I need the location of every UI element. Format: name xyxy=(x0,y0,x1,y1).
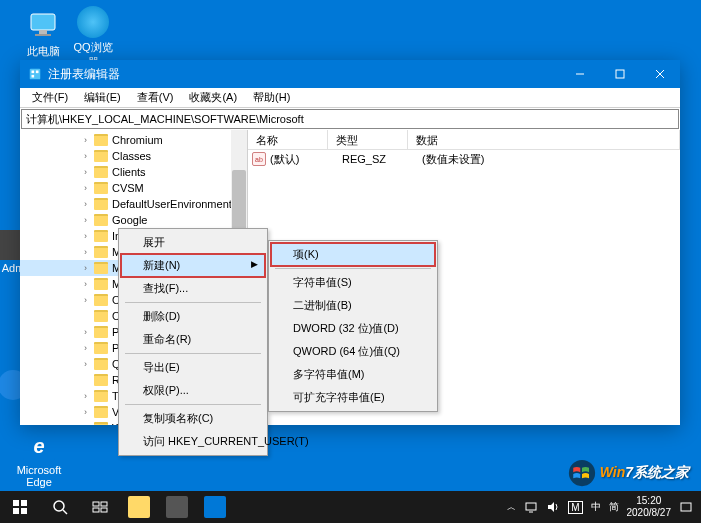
ime-indicator-ch[interactable]: 中 xyxy=(591,500,601,514)
col-type[interactable]: 类型 xyxy=(328,130,408,149)
tree-item[interactable]: ›Clients xyxy=(20,164,247,180)
list-row[interactable]: ab (默认) REG_SZ (数值未设置) xyxy=(248,150,680,168)
menu-separator xyxy=(125,404,261,405)
expand-icon[interactable]: › xyxy=(84,279,94,289)
windows-icon xyxy=(12,499,28,515)
tree-item-label: Chromium xyxy=(112,134,163,146)
menu-separator xyxy=(275,268,431,269)
value-data: (数值未设置) xyxy=(422,152,680,167)
context-menu-item[interactable]: 展开 xyxy=(121,231,265,254)
context-menu-item[interactable]: 复制项名称(C) xyxy=(121,407,265,430)
expand-icon[interactable]: › xyxy=(84,343,94,353)
expand-icon[interactable]: › xyxy=(84,183,94,193)
context-menu-item[interactable]: 二进制值(B) xyxy=(271,294,435,317)
folder-icon xyxy=(94,310,108,322)
tree-item[interactable]: ›Chromium xyxy=(20,132,247,148)
start-button[interactable] xyxy=(0,491,40,523)
context-menu-item[interactable]: 查找(F)... xyxy=(121,277,265,300)
address-bar[interactable]: 计算机\HKEY_LOCAL_MACHINE\SOFTWARE\Microsof… xyxy=(21,109,679,129)
menu-view[interactable]: 查看(V) xyxy=(129,88,182,107)
expand-icon[interactable]: › xyxy=(84,231,94,241)
tray-chevron-icon[interactable]: ︿ xyxy=(507,501,516,514)
context-menu-item[interactable]: 访问 HKEY_CURRENT_USER(T) xyxy=(121,430,265,453)
svg-rect-6 xyxy=(32,75,35,78)
context-menu-item[interactable]: 可扩充字符串值(E) xyxy=(271,386,435,409)
svg-rect-17 xyxy=(93,502,99,506)
svg-rect-20 xyxy=(101,508,107,512)
tree-item[interactable]: ›Classes xyxy=(20,148,247,164)
taskbar-app-explorer[interactable] xyxy=(120,491,158,523)
menu-file[interactable]: 文件(F) xyxy=(24,88,76,107)
folder-icon xyxy=(94,390,108,402)
expand-icon[interactable]: › xyxy=(84,167,94,177)
tree-item[interactable]: ›Google xyxy=(20,212,247,228)
context-menu-item[interactable]: 重命名(R) xyxy=(121,328,265,351)
task-view-icon xyxy=(92,499,108,515)
desktop-icon-computer[interactable]: 此电脑 xyxy=(18,6,68,59)
context-menu-item[interactable]: DWORD (32 位)值(D) xyxy=(271,317,435,340)
svg-rect-24 xyxy=(681,503,691,511)
folder-icon xyxy=(94,150,108,162)
ime-indicator-simp[interactable]: 简 xyxy=(609,500,619,514)
system-tray: ︿ M 中 简 15:20 2020/8/27 xyxy=(507,495,701,519)
menu-favorites[interactable]: 收藏夹(A) xyxy=(181,88,245,107)
taskbar-app-regedit[interactable] xyxy=(196,491,234,523)
svg-rect-3 xyxy=(30,69,41,80)
maximize-button[interactable] xyxy=(600,60,640,88)
menu-separator xyxy=(125,302,261,303)
expand-icon[interactable]: › xyxy=(84,359,94,369)
context-menu-item[interactable]: 多字符串值(M) xyxy=(271,363,435,386)
value-type: REG_SZ xyxy=(342,153,422,165)
minimize-button[interactable] xyxy=(560,60,600,88)
taskbar-app-browser[interactable] xyxy=(158,491,196,523)
expand-icon[interactable]: › xyxy=(84,295,94,305)
folder-icon xyxy=(94,278,108,290)
tree-item[interactable]: ›DefaultUserEnvironment xyxy=(20,196,247,212)
context-menu-item[interactable]: QWORD (64 位)值(Q) xyxy=(271,340,435,363)
expand-icon[interactable]: › xyxy=(84,423,94,425)
search-button[interactable] xyxy=(40,491,80,523)
folder-icon xyxy=(94,262,108,274)
context-menu-item[interactable]: 导出(E) xyxy=(121,356,265,379)
svg-rect-18 xyxy=(101,502,107,506)
ime-indicator-m[interactable]: M xyxy=(568,501,582,514)
expand-icon[interactable]: › xyxy=(84,247,94,257)
desktop-icon-label: 此电脑 xyxy=(18,44,68,59)
watermark-text: Win7系统之家 xyxy=(600,464,689,482)
col-data[interactable]: 数据 xyxy=(408,130,680,149)
svg-point-25 xyxy=(569,460,595,486)
expand-icon[interactable]: › xyxy=(84,407,94,417)
context-menu-item[interactable]: 项(K) xyxy=(271,243,435,266)
tree-item[interactable]: ›CVSM xyxy=(20,180,247,196)
edge-icon: e xyxy=(23,430,55,462)
windows-logo-icon xyxy=(568,459,596,487)
expand-icon[interactable]: › xyxy=(84,151,94,161)
clock-date: 2020/8/27 xyxy=(627,507,672,519)
clock[interactable]: 15:20 2020/8/27 xyxy=(627,495,672,519)
context-menu-item[interactable]: 删除(D) xyxy=(121,305,265,328)
context-menu-item[interactable]: 权限(P)... xyxy=(121,379,265,402)
notification-icon[interactable] xyxy=(679,500,693,514)
volume-icon[interactable] xyxy=(546,500,560,514)
context-menu-item[interactable]: 字符串值(S) xyxy=(271,271,435,294)
context-submenu-new: 项(K)字符串值(S)二进制值(B)DWORD (32 位)值(D)QWORD … xyxy=(268,240,438,412)
task-view-button[interactable] xyxy=(80,491,120,523)
menu-edit[interactable]: 编辑(E) xyxy=(76,88,129,107)
expand-icon[interactable]: › xyxy=(84,263,94,273)
context-menu-item[interactable]: 新建(N)▶ xyxy=(121,254,265,277)
folder-icon xyxy=(94,246,108,258)
menu-help[interactable]: 帮助(H) xyxy=(245,88,298,107)
expand-icon[interactable]: › xyxy=(84,199,94,209)
expand-icon[interactable]: › xyxy=(84,327,94,337)
col-name[interactable]: 名称 xyxy=(248,130,328,149)
expand-icon[interactable]: › xyxy=(84,391,94,401)
computer-icon xyxy=(25,6,61,42)
desktop-icon-edge[interactable]: e Microsoft Edge xyxy=(14,430,64,488)
titlebar[interactable]: 注册表编辑器 xyxy=(20,60,680,88)
folder-icon xyxy=(94,422,108,425)
expand-icon[interactable]: › xyxy=(84,215,94,225)
expand-icon[interactable]: › xyxy=(84,135,94,145)
close-button[interactable] xyxy=(640,60,680,88)
network-icon[interactable] xyxy=(524,500,538,514)
scrollbar-thumb[interactable] xyxy=(232,170,246,230)
